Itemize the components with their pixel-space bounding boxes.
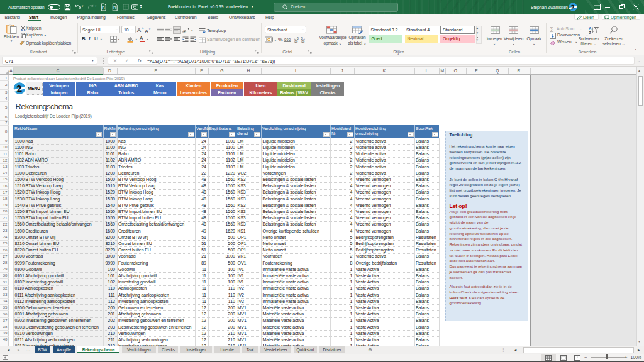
svg-text:ab: ab	[182, 28, 187, 34]
svg-text:B: B	[102, 6, 105, 10]
svg-text:B: B	[113, 6, 116, 10]
svg-text:.00: .00	[294, 40, 298, 43]
svg-text:Z: Z	[589, 30, 591, 34]
svg-text:.00: .00	[301, 40, 305, 43]
